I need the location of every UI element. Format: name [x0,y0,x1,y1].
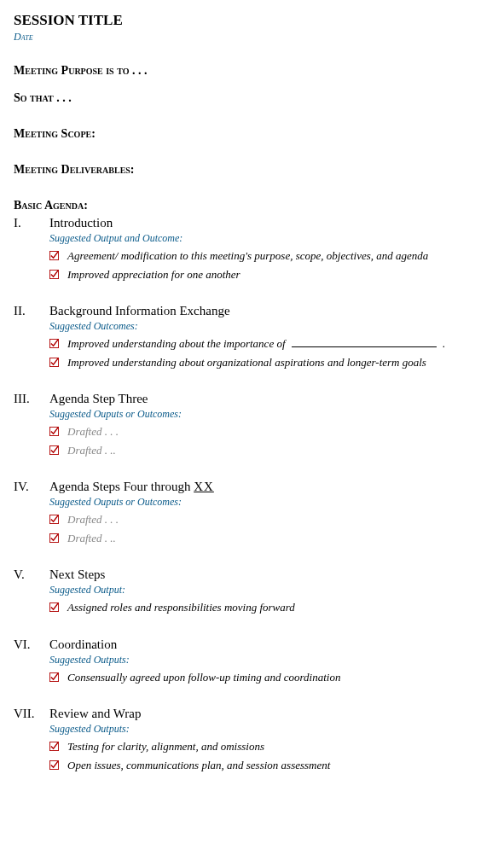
agenda-section: VII.Review and WrapSuggested Outputs:Tes… [14,707,490,776]
checkbox-checked-icon [49,515,59,524]
checkbox-checked-icon [49,270,59,279]
agenda-number: III. [14,392,49,406]
checklist-item-text: Drafted . . . [67,424,119,439]
checkbox-checked-icon [49,445,59,455]
checklist-item-text: Drafted . .. [67,531,116,546]
placeholder-xx: XX [194,480,214,493]
agenda-title: Review and Wrap [49,707,490,721]
agenda-title: Next Steps [49,568,490,582]
agenda-section: I.IntroductionSuggested Output and Outco… [14,216,490,285]
checkbox-checked-icon [49,339,59,348]
agenda-section: V.Next StepsSuggested Output:Assigned ro… [14,568,490,619]
checklist-item-text: Agreement/ modification to this meeting'… [67,248,428,264]
checklist-item: Consensually agreed upon follow-up timin… [49,670,490,685]
agenda-title: Agenda Step Three [49,392,490,406]
session-title: SESSION TITLE [14,12,490,29]
checklist-item: Drafted . .. [49,531,490,546]
agenda-subheading: Suggested Outputs: [49,723,490,736]
session-date: Date [14,31,490,44]
agenda-subheading: Suggested Ouputs or Outcomes: [49,496,490,509]
agenda-section: III.Agenda Step ThreeSuggested Ouputs or… [14,392,490,461]
checklist-item: Assigned roles and responsibilities movi… [49,600,490,615]
checklist-item: Improved understanding about organizatio… [49,355,490,370]
checkbox-checked-icon [49,742,59,751]
checkbox-checked-icon [49,672,59,682]
agenda-number: V. [14,568,49,582]
fill-in-blank [292,346,437,347]
checklist-item: Testing for clarity, alignment, and omis… [49,739,490,754]
checklist-item-text: Consensually agreed upon follow-up timin… [67,670,340,685]
checklist-item-text: Testing for clarity, alignment, and omis… [67,739,264,754]
agenda-section: VI.CoordinationSuggested Outputs:Consens… [14,637,490,689]
basic-agenda-label: Basic Agenda: [14,199,490,212]
checklist-item-text: Drafted . .. [67,443,116,458]
agenda-subheading: Suggested Outputs: [49,654,490,666]
checkbox-checked-icon [49,251,59,260]
agenda-section: II.Background Information ExchangeSugges… [14,304,490,373]
agenda-subheading: Suggested Outcomes: [49,320,490,333]
checklist-item: Improved understanding about the importa… [49,336,490,352]
agenda-number: I. [14,216,49,230]
agenda-number: VI. [14,637,49,652]
checklist-item-text: Improved understanding about organizatio… [67,355,426,370]
checklist-item-text: Assigned roles and responsibilities movi… [67,600,295,615]
agenda-title: Coordination [49,637,490,652]
checklist-item-text: Drafted . . . [67,512,119,527]
checklist-item: Drafted . . . [49,512,490,527]
agenda-number: IV. [14,480,49,494]
checklist-item-text: Improved understanding about the importa… [67,336,445,352]
agenda-title: Introduction [49,216,490,230]
checklist-item-text: Improved appreciation for one another [67,267,240,282]
agenda-subheading: Suggested Output and Outcome: [49,232,490,245]
checklist-item-text: Open issues, communications plan, and se… [67,758,330,773]
agenda-subheading: Suggested Output: [49,584,490,597]
checklist-item: Drafted . .. [49,443,490,458]
checkbox-checked-icon [49,427,59,436]
checkbox-checked-icon [49,533,59,543]
so-that-label: So that . . . [14,91,490,105]
checkbox-checked-icon [49,602,59,612]
agenda-title: Agenda Steps Four through XX [49,480,490,494]
checklist-item: Drafted . . . [49,424,490,439]
checkbox-checked-icon [49,760,59,770]
meeting-scope-label: Meeting Scope: [14,127,490,141]
meeting-purpose-label: Meeting Purpose is to . . . [14,64,490,78]
agenda-subheading: Suggested Ouputs or Outcomes: [49,408,490,421]
agenda-section: IV.Agenda Steps Four through XXSuggested… [14,480,490,549]
checklist-item: Improved appreciation for one another [49,267,490,282]
agenda-number: VII. [14,707,49,721]
checkbox-checked-icon [49,358,59,367]
checklist-item: Open issues, communications plan, and se… [49,758,490,773]
checklist-item: Agreement/ modification to this meeting'… [49,248,490,264]
agenda-number: II. [14,304,49,318]
agenda-title: Background Information Exchange [49,304,490,318]
meeting-deliverables-label: Meeting Deliverables: [14,163,490,177]
